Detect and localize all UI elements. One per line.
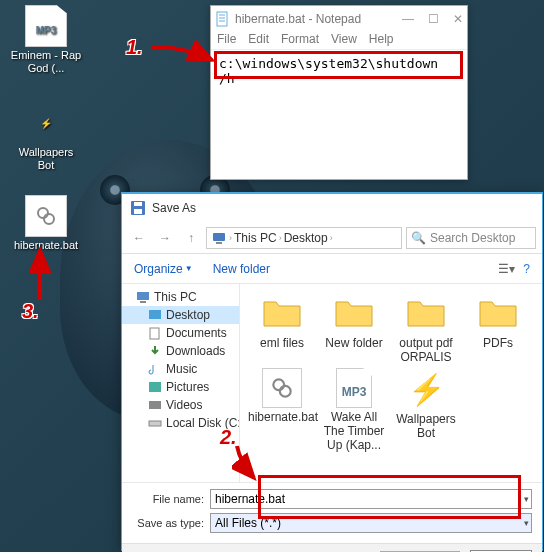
file-folder[interactable]: New folder [320,292,388,364]
back-button[interactable]: ← [128,227,150,249]
search-icon: 🔍 [411,231,426,245]
saveastype-label: Save as type: [132,517,210,529]
svg-rect-13 [149,310,161,319]
svg-rect-2 [217,12,227,26]
svg-rect-7 [134,209,142,214]
view-options-icon[interactable]: ☰▾ [498,262,515,276]
svg-rect-14 [150,328,159,339]
desktop-icon-label: Wallpapers Bot [10,146,82,172]
svg-point-18 [273,379,284,390]
svg-rect-11 [137,292,149,300]
saveas-bottom-bar: ˄Hide Folders Encoding: ANSI▾ Save [122,543,542,552]
tree-this-pc[interactable]: This PC [122,288,239,306]
search-placeholder: Search Desktop [430,231,515,245]
pc-icon [211,230,227,246]
svg-rect-9 [213,233,225,241]
tree-videos[interactable]: Videos [122,396,239,414]
arrow-3 [30,246,54,304]
menu-file[interactable]: File [217,32,236,49]
filename-input[interactable]: hibernate.bat▾ [210,489,532,509]
menu-view[interactable]: View [331,32,357,49]
svg-rect-16 [149,401,161,409]
search-input[interactable]: 🔍 Search Desktop [406,227,536,249]
desktop-icon-mp3[interactable]: Eminem - Rap God (... [10,5,82,75]
up-button[interactable]: ↑ [180,227,202,249]
callout-2: 2. [220,426,237,449]
tree-documents[interactable]: Documents [122,324,239,342]
svg-point-19 [280,386,291,397]
callout-3: 3. [22,300,39,323]
file-folder[interactable]: eml files [248,292,316,364]
saveas-titlebar[interactable]: Save As [122,194,542,222]
notepad-titlebar[interactable]: hibernate.bat - Notepad — ☐ ✕ [211,6,467,32]
breadcrumb[interactable]: › This PC › Desktop › [206,227,402,249]
mp3-file-icon [25,5,67,47]
chevron-right-icon: › [229,233,232,243]
organize-button[interactable]: Organize ▼ [134,262,193,276]
bolt-icon: ⚡ [25,102,67,144]
save-icon [130,200,146,216]
svg-rect-17 [149,421,161,426]
minimize-icon[interactable]: — [402,12,414,26]
tree-pictures[interactable]: Pictures [122,378,239,396]
menu-help[interactable]: Help [369,32,394,49]
saveas-fields: File name: hibernate.bat▾ Save as type: … [122,482,542,543]
saveas-toolbar: Organize ▼ New folder ☰▾ ? [122,254,542,284]
save-as-dialog: Save As ← → ↑ › This PC › Desktop › 🔍 Se… [121,192,543,551]
svg-rect-10 [216,242,222,244]
batch-file-icon [25,195,67,237]
chevron-down-icon[interactable]: ▾ [524,518,529,528]
svg-rect-15 [149,382,161,392]
breadcrumb-item[interactable]: This PC [234,231,277,245]
saveastype-select[interactable]: All Files (*.*)▾ [210,513,532,533]
notepad-icon [215,11,231,27]
svg-rect-8 [134,202,142,206]
new-folder-button[interactable]: New folder [213,262,270,276]
close-icon[interactable]: ✕ [453,12,463,26]
folder-tree[interactable]: This PC Desktop Documents Downloads Musi… [122,284,240,482]
notepad-textarea[interactable]: c:\windows\system32\shutdown /h [211,50,467,92]
desktop-icon-hibernate[interactable]: hibernate.bat [10,195,82,252]
file-batch[interactable]: hibernate.bat [248,368,316,452]
svg-rect-12 [140,301,146,303]
notepad-title-text: hibernate.bat - Notepad [235,12,361,26]
desktop-icon-label: Eminem - Rap God (... [10,49,82,75]
desktop-icon-label: hibernate.bat [10,239,82,252]
notepad-window: hibernate.bat - Notepad — ☐ ✕ File Edit … [210,5,468,180]
forward-button[interactable]: → [154,227,176,249]
help-icon[interactable]: ? [523,262,530,276]
tree-music[interactable]: Music [122,360,239,378]
desktop-icon-wallpapersbot[interactable]: ⚡ Wallpapers Bot [10,102,82,172]
file-folder[interactable]: output pdf ORPALIS [392,292,460,364]
file-list[interactable]: eml files New folder output pdf ORPALIS … [240,284,542,482]
menu-edit[interactable]: Edit [248,32,269,49]
breadcrumb-item[interactable]: Desktop [284,231,328,245]
svg-point-0 [38,208,48,218]
file-mp3[interactable]: Wake All The Timber Up (Kap... [320,368,388,452]
callout-1: 1. [126,36,143,59]
menu-format[interactable]: Format [281,32,319,49]
tree-desktop[interactable]: Desktop [122,306,239,324]
chevron-down-icon[interactable]: ▾ [524,494,529,504]
saveas-title-text: Save As [152,201,196,215]
notepad-menubar: File Edit Format View Help [211,32,467,50]
file-folder[interactable]: PDFs [464,292,532,364]
maximize-icon[interactable]: ☐ [428,12,439,26]
filename-label: File name: [132,493,210,505]
chevron-right-icon: › [330,233,333,243]
chevron-right-icon: › [279,233,282,243]
file-shortcut[interactable]: ⚡Wallpapers Bot [392,368,460,452]
saveas-navbar: ← → ↑ › This PC › Desktop › 🔍 Search Des… [122,222,542,254]
svg-point-1 [44,214,54,224]
tree-downloads[interactable]: Downloads [122,342,239,360]
